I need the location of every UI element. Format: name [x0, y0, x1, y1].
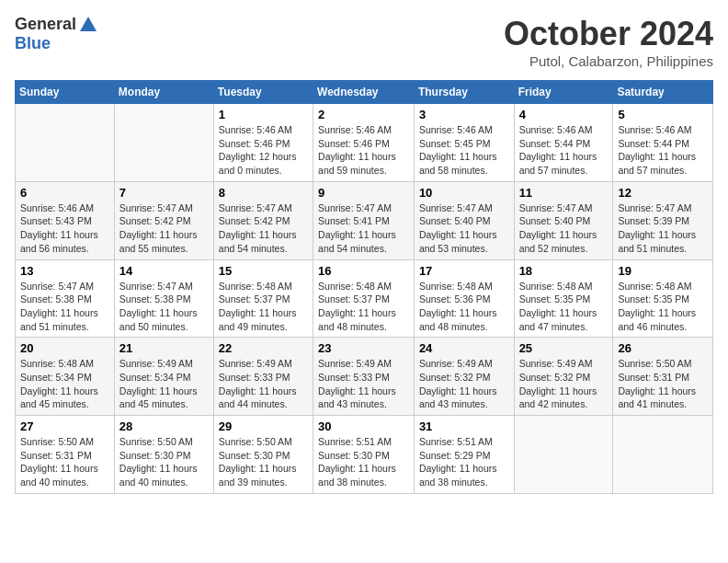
- day-info: Sunrise: 5:48 AM Sunset: 5:36 PM Dayligh…: [419, 280, 509, 334]
- day-number: 2: [318, 108, 409, 121]
- day-info: Sunrise: 5:51 AM Sunset: 5:29 PM Dayligh…: [419, 435, 509, 489]
- day-number: 3: [419, 108, 509, 121]
- header-row: SundayMondayTuesdayWednesdayThursdayFrid…: [16, 81, 713, 104]
- day-info: Sunrise: 5:46 AM Sunset: 5:43 PM Dayligh…: [20, 201, 109, 256]
- logo-icon: [78, 15, 98, 35]
- calendar-cell: 15Sunrise: 5:48 AM Sunset: 5:37 PM Dayli…: [213, 259, 313, 338]
- day-info: Sunrise: 5:49 AM Sunset: 5:33 PM Dayligh…: [219, 357, 308, 411]
- day-info: Sunrise: 5:47 AM Sunset: 5:42 PM Dayligh…: [119, 201, 209, 256]
- calendar-cell: 30Sunrise: 5:51 AM Sunset: 5:30 PM Dayli…: [313, 416, 415, 494]
- day-number: 23: [318, 341, 409, 355]
- calendar-cell: 20Sunrise: 5:48 AM Sunset: 5:34 PM Dayli…: [16, 338, 115, 416]
- day-info: Sunrise: 5:50 AM Sunset: 5:31 PM Dayligh…: [20, 435, 109, 489]
- location: Putol, Calabarzon, Philippines: [504, 53, 713, 69]
- day-info: Sunrise: 5:50 AM Sunset: 5:31 PM Dayligh…: [618, 357, 708, 411]
- calendar-cell: 1Sunrise: 5:46 AM Sunset: 5:46 PM Daylig…: [213, 104, 313, 182]
- day-info: Sunrise: 5:48 AM Sunset: 5:37 PM Dayligh…: [219, 280, 308, 334]
- calendar-cell: 3Sunrise: 5:46 AM Sunset: 5:45 PM Daylig…: [414, 104, 514, 182]
- calendar-cell: [114, 104, 213, 182]
- day-info: Sunrise: 5:49 AM Sunset: 5:32 PM Dayligh…: [519, 357, 609, 411]
- header-cell-friday: Friday: [514, 81, 613, 104]
- calendar-cell: 9Sunrise: 5:47 AM Sunset: 5:41 PM Daylig…: [313, 181, 415, 259]
- calendar-cell: 31Sunrise: 5:51 AM Sunset: 5:29 PM Dayli…: [414, 416, 514, 494]
- day-number: 5: [618, 108, 708, 121]
- calendar-row-4: 20Sunrise: 5:48 AM Sunset: 5:34 PM Dayli…: [16, 338, 713, 416]
- month-title: October 2024: [504, 15, 713, 53]
- calendar-cell: 22Sunrise: 5:49 AM Sunset: 5:33 PM Dayli…: [213, 338, 313, 416]
- calendar-table: SundayMondayTuesdayWednesdayThursdayFrid…: [15, 80, 713, 494]
- calendar-cell: 11Sunrise: 5:47 AM Sunset: 5:40 PM Dayli…: [514, 181, 613, 259]
- header-cell-thursday: Thursday: [414, 81, 514, 104]
- day-info: Sunrise: 5:51 AM Sunset: 5:30 PM Dayligh…: [318, 435, 409, 489]
- day-number: 15: [219, 264, 308, 278]
- calendar-cell: 23Sunrise: 5:49 AM Sunset: 5:33 PM Dayli…: [313, 338, 415, 416]
- calendar-cell: 2Sunrise: 5:46 AM Sunset: 5:46 PM Daylig…: [313, 104, 415, 182]
- calendar-cell: 18Sunrise: 5:48 AM Sunset: 5:35 PM Dayli…: [514, 259, 613, 338]
- day-number: 30: [318, 419, 409, 433]
- calendar-cell: 25Sunrise: 5:49 AM Sunset: 5:32 PM Dayli…: [514, 338, 613, 416]
- calendar-cell: 17Sunrise: 5:48 AM Sunset: 5:36 PM Dayli…: [414, 259, 514, 338]
- day-info: Sunrise: 5:49 AM Sunset: 5:34 PM Dayligh…: [119, 357, 209, 411]
- day-number: 26: [618, 341, 708, 355]
- day-number: 24: [419, 341, 509, 355]
- calendar-cell: 14Sunrise: 5:47 AM Sunset: 5:38 PM Dayli…: [114, 259, 213, 338]
- day-number: 19: [618, 264, 708, 278]
- day-number: 17: [419, 264, 509, 278]
- day-number: 28: [119, 419, 209, 433]
- calendar-cell: 13Sunrise: 5:47 AM Sunset: 5:38 PM Dayli…: [16, 259, 115, 338]
- day-number: 31: [419, 419, 509, 433]
- calendar-cell: [514, 416, 613, 494]
- day-number: 12: [618, 186, 708, 200]
- page-header: General Blue October 2024 Putol, Calabar…: [15, 15, 713, 69]
- title-block: October 2024 Putol, Calabarzon, Philippi…: [504, 15, 713, 69]
- calendar-cell: [16, 104, 115, 182]
- day-number: 22: [219, 341, 308, 355]
- day-info: Sunrise: 5:48 AM Sunset: 5:37 PM Dayligh…: [318, 280, 409, 334]
- day-info: Sunrise: 5:46 AM Sunset: 5:46 PM Dayligh…: [219, 123, 308, 178]
- calendar-cell: 4Sunrise: 5:46 AM Sunset: 5:44 PM Daylig…: [514, 104, 613, 182]
- day-info: Sunrise: 5:50 AM Sunset: 5:30 PM Dayligh…: [119, 435, 209, 489]
- day-info: Sunrise: 5:47 AM Sunset: 5:40 PM Dayligh…: [419, 201, 509, 256]
- calendar-row-2: 6Sunrise: 5:46 AM Sunset: 5:43 PM Daylig…: [16, 181, 713, 259]
- day-info: Sunrise: 5:46 AM Sunset: 5:46 PM Dayligh…: [318, 123, 409, 178]
- calendar-cell: 8Sunrise: 5:47 AM Sunset: 5:42 PM Daylig…: [213, 181, 313, 259]
- day-info: Sunrise: 5:49 AM Sunset: 5:32 PM Dayligh…: [419, 357, 509, 411]
- calendar-cell: 7Sunrise: 5:47 AM Sunset: 5:42 PM Daylig…: [114, 181, 213, 259]
- day-number: 4: [519, 108, 609, 121]
- svg-marker-0: [80, 17, 97, 31]
- day-info: Sunrise: 5:47 AM Sunset: 5:38 PM Dayligh…: [119, 280, 209, 334]
- calendar-cell: 21Sunrise: 5:49 AM Sunset: 5:34 PM Dayli…: [114, 338, 213, 416]
- day-info: Sunrise: 5:46 AM Sunset: 5:45 PM Dayligh…: [419, 123, 509, 178]
- calendar-cell: 28Sunrise: 5:50 AM Sunset: 5:30 PM Dayli…: [114, 416, 213, 494]
- day-info: Sunrise: 5:46 AM Sunset: 5:44 PM Dayligh…: [519, 123, 609, 178]
- day-number: 6: [20, 186, 109, 200]
- logo-general-text: General: [15, 16, 76, 34]
- calendar-row-1: 1Sunrise: 5:46 AM Sunset: 5:46 PM Daylig…: [16, 104, 713, 182]
- calendar-cell: 24Sunrise: 5:49 AM Sunset: 5:32 PM Dayli…: [414, 338, 514, 416]
- day-number: 14: [119, 264, 209, 278]
- day-number: 8: [219, 186, 308, 200]
- day-number: 11: [519, 186, 609, 200]
- header-cell-sunday: Sunday: [16, 81, 115, 104]
- day-info: Sunrise: 5:47 AM Sunset: 5:40 PM Dayligh…: [519, 201, 609, 256]
- header-cell-monday: Monday: [114, 81, 213, 104]
- calendar-cell: 26Sunrise: 5:50 AM Sunset: 5:31 PM Dayli…: [613, 338, 713, 416]
- day-number: 13: [20, 264, 109, 278]
- day-info: Sunrise: 5:46 AM Sunset: 5:44 PM Dayligh…: [618, 123, 708, 178]
- day-info: Sunrise: 5:47 AM Sunset: 5:38 PM Dayligh…: [20, 280, 109, 334]
- day-info: Sunrise: 5:47 AM Sunset: 5:41 PM Dayligh…: [318, 201, 409, 256]
- header-cell-wednesday: Wednesday: [313, 81, 415, 104]
- day-number: 16: [318, 264, 409, 278]
- logo: General Blue: [15, 15, 98, 53]
- calendar-cell: 27Sunrise: 5:50 AM Sunset: 5:31 PM Dayli…: [16, 416, 115, 494]
- day-info: Sunrise: 5:48 AM Sunset: 5:35 PM Dayligh…: [618, 280, 708, 334]
- calendar-cell: 29Sunrise: 5:50 AM Sunset: 5:30 PM Dayli…: [213, 416, 313, 494]
- calendar-cell: 19Sunrise: 5:48 AM Sunset: 5:35 PM Dayli…: [613, 259, 713, 338]
- day-number: 1: [219, 108, 308, 121]
- day-info: Sunrise: 5:49 AM Sunset: 5:33 PM Dayligh…: [318, 357, 409, 411]
- day-number: 10: [419, 186, 509, 200]
- day-number: 9: [318, 186, 409, 200]
- day-info: Sunrise: 5:48 AM Sunset: 5:35 PM Dayligh…: [519, 280, 609, 334]
- calendar-cell: 16Sunrise: 5:48 AM Sunset: 5:37 PM Dayli…: [313, 259, 415, 338]
- day-number: 7: [119, 186, 209, 200]
